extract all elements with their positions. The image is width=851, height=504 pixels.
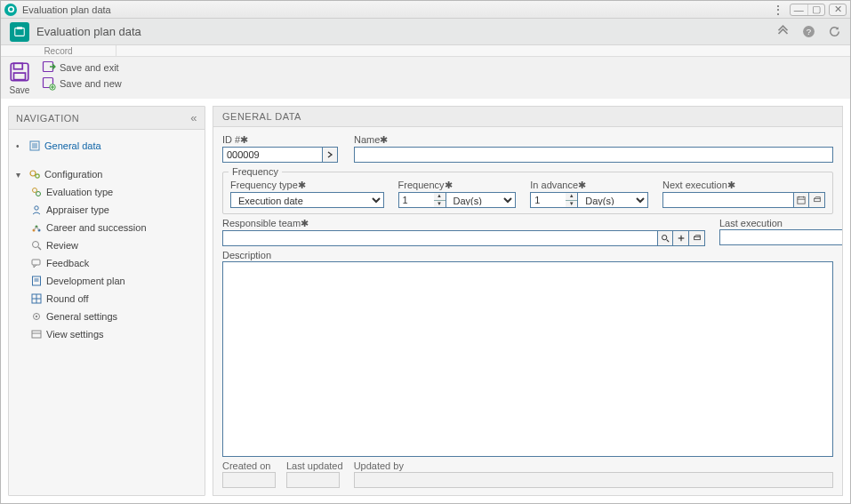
required-icon: ✱ [727,180,735,190]
advance-unit-select[interactable]: Day(s) [578,192,648,208]
required-icon: ✱ [298,180,306,190]
add-button[interactable] [673,230,689,246]
next-exec-input[interactable] [662,192,793,208]
created-value [222,472,276,488]
freq-spinner[interactable]: ▲▼ [398,192,446,208]
nav-item-evaluation-type[interactable]: Evaluation type [30,183,199,201]
main-title: GENERAL DATA [213,107,842,127]
page-title: Evaluation plan data [36,25,141,38]
advance-value-input[interactable] [530,192,566,208]
save-button[interactable]: Save [1,57,38,99]
nav-collapse-icon[interactable]: « [190,111,197,124]
freq-type-select[interactable]: Execution date [230,192,384,208]
settings-icon [30,310,43,323]
appraiser-icon [30,204,43,216]
svg-point-17 [36,174,39,178]
nav-item-label: Appraiser type [46,204,109,215]
svg-text:?: ? [807,27,811,36]
nav-header: NAVIGATION « [9,107,205,130]
svg-point-19 [36,192,41,196]
svg-point-24 [33,242,39,248]
nav-item-career-succession[interactable]: Career and succession [30,219,199,236]
nav-item-general-data[interactable]: • General data [14,137,199,155]
caret-down-icon: ▾ [16,170,25,180]
window-min-max: — ▢ [790,4,825,16]
nav-title: NAVIGATION [16,113,79,124]
nav-item-general-settings[interactable]: General settings [30,308,199,325]
window-minimize-icon[interactable]: — [791,4,808,15]
window-title: Evaluation plan data [22,4,111,15]
svg-rect-46 [694,236,700,239]
resp-team-input[interactable] [222,230,657,246]
nav-item-round-off[interactable]: Round off [30,290,199,308]
svg-point-1 [9,8,12,12]
svg-point-42 [662,236,667,240]
frequency-legend: Frequency [229,166,282,177]
last-exec-label: Last execution [719,218,833,228]
eval-type-icon [30,186,43,198]
kebab-menu-icon[interactable]: ⋮ [770,3,786,17]
spinner-down-icon[interactable]: ▼ [434,201,446,208]
spinner-up-icon[interactable]: ▲ [566,193,577,201]
form-icon [28,140,41,152]
nav-item-label: Evaluation type [46,187,113,197]
nav-tree: • General data ▾ Configuration [9,130,205,495]
required-icon: ✱ [301,218,309,228]
nav-item-label: Round off [46,293,89,304]
freq-unit-select[interactable]: Day(s) [446,192,517,208]
save-exit-button[interactable]: Save and exit [42,60,122,75]
spinner-up-icon[interactable]: ▲ [434,193,446,201]
created-label: Created on [222,460,276,471]
help-icon[interactable]: ? [802,25,815,38]
main-panel: GENERAL DATA ID #✱ Name✱ [213,106,843,496]
save-new-button[interactable]: Save and new [42,76,122,91]
svg-point-18 [33,188,37,193]
save-exit-icon [42,60,56,75]
svg-rect-41 [814,198,820,201]
freq-value-input[interactable] [398,192,434,208]
frequency-fieldset: Frequency Frequency type✱ Execution date… [222,172,833,214]
nav-item-label: General data [44,140,101,151]
app-header: Evaluation plan data ? [1,19,850,45]
svg-point-34 [36,316,37,317]
advance-spinner[interactable]: ▲▼ [530,192,578,208]
spinner-down-icon[interactable]: ▼ [566,201,577,208]
nav-panel: NAVIGATION « • General data ▾ Co [8,106,205,496]
name-input[interactable] [354,147,833,163]
svg-rect-8 [14,73,26,80]
updated-by-label: Updated by [354,460,833,471]
save-icon [8,60,31,84]
nav-item-view-settings[interactable]: View settings [30,325,199,343]
window-maximize-icon[interactable]: ▢ [808,4,825,15]
refresh-icon[interactable] [828,25,841,38]
next-exec-label: Next execution✱ [662,180,825,191]
window-close-icon[interactable]: ✕ [829,4,847,16]
description-textarea[interactable] [222,261,833,457]
ribbon-tab-record[interactable]: Record [1,45,116,56]
calendar-button[interactable] [793,192,809,208]
clear-button[interactable] [689,230,705,246]
nav-item-development-plan[interactable]: Development plan [30,272,199,290]
nav-item-configuration[interactable]: ▾ Configuration [14,165,199,183]
updated-label: Last updated [286,460,343,471]
name-label: Name✱ [354,134,833,146]
nav-item-label: View settings [46,329,104,340]
nav-item-feedback[interactable]: Feedback [30,254,199,272]
freq-type-label: Frequency type✱ [230,180,384,191]
clear-date-button[interactable] [809,192,825,208]
required-icon: ✱ [380,134,388,145]
id-input[interactable] [222,147,322,163]
nav-item-appraiser-type[interactable]: Appraiser type [30,201,199,219]
ribbon: Record Save Save and exit [1,45,850,99]
svg-point-16 [30,171,36,176]
collapse-up-icon[interactable] [776,25,790,38]
bullet-icon: • [16,141,25,151]
search-button[interactable] [657,230,673,246]
nav-item-review[interactable]: Review [30,236,199,254]
required-icon: ✱ [445,180,453,190]
id-next-button[interactable] [322,147,338,163]
updated-by-value [354,472,833,488]
description-label: Description [222,250,833,260]
review-icon [30,239,43,252]
nav-item-label: Feedback [46,258,89,268]
